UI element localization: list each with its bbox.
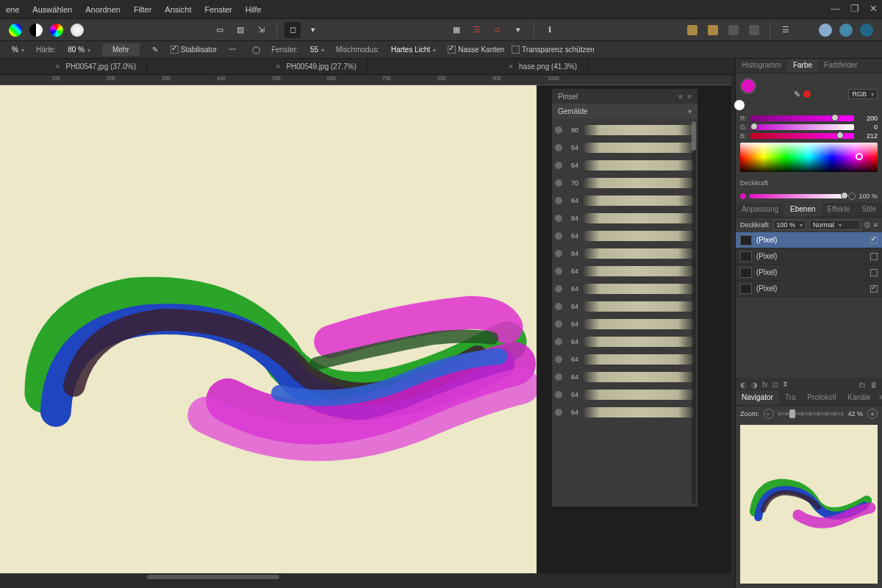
rope-mode-icon[interactable]: 〰: [224, 42, 240, 58]
selection-dashed-icon[interactable]: ▨: [232, 22, 248, 38]
quick-mask-icon[interactable]: ◻: [284, 22, 301, 38]
bw-icon[interactable]: [28, 22, 44, 38]
zoom-slider[interactable]: [778, 412, 844, 415]
foreground-color[interactable]: [740, 78, 756, 94]
brush-preset[interactable]: 84: [555, 245, 695, 262]
scrollbar-horizontal[interactable]: [0, 573, 731, 581]
magnet-icon[interactable]: ⊃: [490, 22, 506, 38]
snap-icon[interactable]: ☰: [469, 22, 485, 38]
tab-adjustment[interactable]: Anpassung: [736, 203, 784, 217]
brush-preset[interactable]: 64: [555, 262, 695, 280]
persona-liquify-icon[interactable]: [838, 22, 854, 38]
menu-item[interactable]: Fenster: [204, 5, 232, 14]
zoom-in-button[interactable]: +: [867, 409, 878, 419]
tab-history[interactable]: Protokoll: [801, 391, 842, 405]
brush-preset[interactable]: 90: [555, 121, 695, 139]
brush-preset[interactable]: 64: [555, 315, 695, 333]
b-value[interactable]: 212: [857, 132, 878, 140]
opacity-value[interactable]: 100 %: [858, 193, 878, 200]
tab-layers[interactable]: Ebenen: [784, 203, 821, 217]
panel-menu-icon[interactable]: ≡: [874, 221, 878, 229]
brush-preset[interactable]: 64: [555, 192, 695, 209]
navigator-preview[interactable]: [740, 425, 878, 584]
brush-preset[interactable]: 64: [555, 298, 695, 315]
background-color[interactable]: [734, 100, 745, 110]
brush-preset[interactable]: 64: [555, 351, 695, 368]
brush-preset[interactable]: 64: [555, 227, 695, 245]
hourglass-icon[interactable]: ⧗: [783, 380, 788, 389]
menu-item[interactable]: Auswählen: [32, 5, 72, 14]
panel-menu-icon[interactable]: ≡: [877, 391, 883, 405]
grey-wheel-icon[interactable]: [69, 22, 85, 38]
minimize-icon[interactable]: —: [831, 3, 840, 14]
arrange-icon[interactable]: [684, 22, 700, 38]
b-slider[interactable]: [750, 133, 854, 139]
eyedropper-icon[interactable]: ✎: [794, 90, 800, 99]
stabilizer-checkbox[interactable]: Stabilisator: [171, 46, 217, 54]
panel-header[interactable]: Pinsel ≡×: [552, 89, 698, 104]
window-mode-icon[interactable]: ◯: [248, 42, 264, 58]
document-tab[interactable]: ×hase.png (41.3%): [368, 59, 588, 74]
tab-transform[interactable]: Tra: [779, 391, 802, 405]
more-button[interactable]: Mehr: [102, 43, 140, 56]
color-theme-icon[interactable]: [7, 22, 24, 38]
close-tab-icon[interactable]: ×: [276, 62, 281, 71]
selection-icon[interactable]: ▭: [212, 22, 228, 38]
brush-preset[interactable]: 70: [555, 174, 695, 192]
g-value[interactable]: 0: [857, 123, 878, 131]
g-slider[interactable]: [750, 124, 854, 130]
menu-item[interactable]: Ansicht: [165, 5, 191, 14]
document-tab[interactable]: ×PH00547.jpg (37.0%): [0, 59, 147, 74]
layer-item[interactable]: (Pixel): [736, 248, 882, 265]
panel-menu-icon[interactable]: ≡: [678, 93, 683, 101]
layer-item[interactable]: (Pixel): [736, 281, 882, 297]
folder-icon[interactable]: 🗀: [858, 381, 866, 389]
tab-swatches[interactable]: Farbfelder: [818, 59, 864, 73]
r-value[interactable]: 200: [857, 115, 878, 122]
arrange-icon[interactable]: [746, 22, 762, 38]
brush-preset[interactable]: 54: [555, 139, 695, 157]
layer-visibility-checkbox[interactable]: [870, 285, 878, 293]
tab-navigator[interactable]: Navigator: [736, 391, 779, 405]
reset-color-icon[interactable]: [803, 90, 811, 98]
layer-opacity-dropdown[interactable]: 100 %: [773, 220, 807, 230]
hue-wheel-icon[interactable]: [49, 22, 65, 38]
wet-edges-checkbox[interactable]: Nasse Kanten: [448, 46, 504, 54]
persona-photo-icon[interactable]: [817, 22, 833, 38]
maximize-icon[interactable]: ❐: [850, 3, 859, 14]
hardness-value[interactable]: 80 %: [63, 46, 95, 54]
brush-preset[interactable]: 64: [555, 404, 695, 421]
window-value[interactable]: 55: [306, 46, 329, 54]
tab-channels[interactable]: Kanäle: [842, 391, 876, 405]
brush-preset[interactable]: 64: [555, 386, 695, 404]
color-spectrum[interactable]: [740, 143, 878, 172]
mask-icon[interactable]: ◐: [740, 381, 747, 389]
transform-icon[interactable]: ⇲: [253, 22, 269, 38]
arrange-icon[interactable]: [705, 22, 721, 38]
menu-item[interactable]: Anordnen: [85, 5, 121, 14]
zoom-out-button[interactable]: −: [764, 409, 774, 419]
pressure-size-icon[interactable]: ✎: [147, 42, 163, 58]
brush-preset[interactable]: 64: [555, 368, 695, 386]
layer-visibility-checkbox[interactable]: [870, 269, 878, 276]
dropdown-icon[interactable]: ▾: [510, 22, 526, 38]
layer-item[interactable]: (Pixel): [736, 265, 882, 281]
close-tab-icon[interactable]: ×: [56, 62, 60, 71]
panel-close-icon[interactable]: ×: [687, 93, 692, 101]
brush-preset[interactable]: 64: [555, 157, 695, 174]
zoom-percent[interactable]: %: [7, 46, 29, 54]
layer-visibility-checkbox[interactable]: [870, 253, 878, 260]
brush-preset[interactable]: 64: [555, 333, 695, 351]
r-slider[interactable]: [750, 115, 854, 121]
document-tab[interactable]: ×PH00549.jpg (27.7%): [147, 59, 368, 74]
adjust-icon[interactable]: ◑: [751, 381, 758, 389]
menu-item[interactable]: Filter: [134, 5, 151, 14]
dropdown-icon[interactable]: ▾: [305, 22, 321, 38]
close-tab-icon[interactable]: ×: [509, 62, 513, 71]
protect-alpha-checkbox[interactable]: Transparenz schützen: [512, 46, 595, 54]
menu-item[interactable]: Hilfe: [245, 5, 262, 14]
grid-icon[interactable]: ▦: [448, 22, 465, 38]
canvas[interactable]: [0, 85, 537, 581]
fx-icon[interactable]: fx: [762, 381, 768, 389]
layer-blend-dropdown[interactable]: Normal: [809, 220, 861, 230]
